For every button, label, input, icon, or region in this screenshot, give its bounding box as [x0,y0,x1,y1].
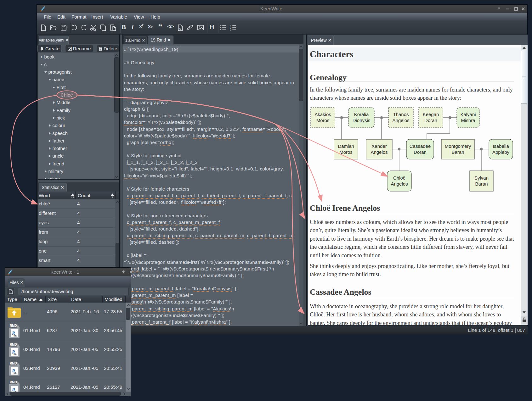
svg-text:Isabella: Isabella [493,143,509,149]
svg-text:φ: φ [179,27,181,30]
svg-text:3: 3 [230,28,231,31]
svg-text:RMD: RMD [10,362,17,365]
svg-text:Keegan: Keegan [423,112,439,117]
svg-text:Angelos: Angelos [391,181,408,187]
svg-text:Mishra: Mishra [461,118,475,123]
svg-text:Chloë: Chloë [393,175,405,181]
svg-text:Baran: Baran [475,181,488,187]
svg-text:Damian: Damian [338,143,354,149]
svg-text:Appleby: Appleby [492,149,510,155]
svg-text:M↓: M↓ [14,353,17,356]
svg-text:Baran: Baran [451,149,464,155]
svg-text:Xander: Xander [371,143,387,149]
svg-text:Angelos: Angelos [392,118,409,123]
svg-text:Dionysis: Dionysis [353,118,371,123]
svg-text:M↓: M↓ [14,372,17,375]
svg-text:Akakios: Akakios [314,112,331,117]
svg-text:Cassadee: Cassadee [410,143,431,149]
svg-text:Doran: Doran [414,149,427,155]
svg-text:Kalyani: Kalyani [460,112,476,117]
svg-text:Doran: Doran [424,118,437,123]
svg-text:Moros: Moros [339,149,353,155]
svg-text:Moros: Moros [316,118,330,123]
svg-text:Koralia: Koralia [354,112,369,117]
svg-text:Montgomery: Montgomery [445,143,471,149]
svg-text:Sylvan: Sylvan [474,175,489,181]
svg-text:RMD: RMD [10,343,17,346]
svg-text:M↓: M↓ [14,334,17,337]
svg-text:RMD: RMD [10,381,17,384]
svg-text:RMD: RMD [10,324,17,327]
svg-text:Angelos: Angelos [371,149,388,155]
svg-text:Thanos: Thanos [393,112,409,117]
